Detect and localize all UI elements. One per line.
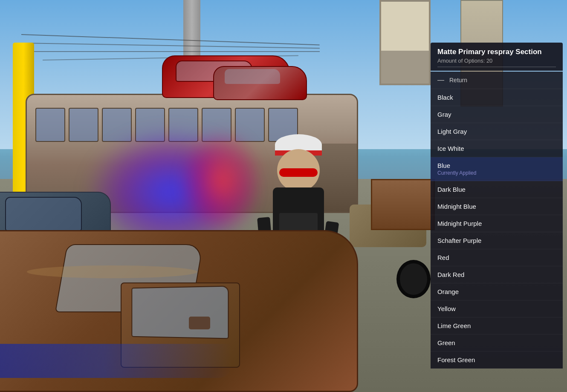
menu-item-midnight-blue[interactable]: Midnight Blue — [431, 198, 563, 215]
item-label-schafter-purple: Schafter Purple — [437, 237, 481, 244]
menu-item-black[interactable]: Black — [431, 89, 563, 106]
roof-car-2 — [213, 66, 307, 100]
menu-item-forest-green[interactable]: Forest Green — [431, 352, 563, 369]
menu-item-dark-blue[interactable]: Dark Blue — [431, 181, 563, 198]
menu-item-blue[interactable]: Blue Currently Applied — [431, 157, 563, 181]
menu-item-midnight-purple[interactable]: Midnight Purple — [431, 215, 563, 232]
menu-subtitle: Amount of Options: 20 — [437, 58, 556, 64]
item-label-yellow: Yellow — [437, 305, 456, 312]
item-label-gray: Gray — [437, 111, 451, 118]
car-door-window — [132, 285, 229, 339]
billboard — [379, 0, 431, 85]
menu-item-light-gray[interactable]: Light Gray — [431, 123, 563, 140]
item-label-black: Black — [437, 94, 453, 101]
menu-item-yellow[interactable]: Yellow — [431, 300, 563, 317]
menu-items-container[interactable]: —ReturnBlackGrayLight GrayIce White Blue… — [431, 72, 563, 369]
wire-3 — [21, 51, 320, 52]
item-label-green: Green — [437, 339, 455, 346]
side-mirror — [189, 317, 210, 329]
item-label-blue: Blue — [437, 162, 450, 169]
item-label-red: Red — [437, 254, 449, 261]
bus-window — [35, 108, 65, 142]
red-light-effect — [179, 128, 264, 234]
char-glasses — [279, 168, 318, 177]
item-label-forest-green: Forest Green — [437, 356, 475, 363]
car-hood — [27, 265, 197, 278]
bus-window — [69, 108, 98, 142]
item-sub-blue: Currently Applied — [437, 170, 476, 176]
menu-item-ice-white[interactable]: Ice White — [431, 140, 563, 157]
menu-divider — [437, 66, 556, 67]
item-label-lime-green: Lime Green — [437, 322, 471, 329]
car-blue-paint — [0, 344, 231, 378]
menu-item-gray[interactable]: Gray — [431, 106, 563, 123]
menu-item-red[interactable]: Red — [431, 249, 563, 266]
storage-container — [371, 179, 435, 230]
menu-panel: Matte Primary respray Section Amount of … — [431, 43, 563, 369]
menu-item-orange[interactable]: Orange — [431, 283, 563, 300]
item-label-orange: Orange — [437, 288, 459, 295]
item-label-midnight-purple: Midnight Purple — [437, 220, 482, 227]
menu-item-return[interactable]: —Return — [431, 72, 563, 89]
menu-header: Matte Primary respray Section Amount of … — [431, 43, 563, 71]
menu-item-lime-green[interactable]: Lime Green — [431, 317, 563, 334]
return-dash-icon: — — [437, 76, 444, 84]
menu-title: Matte Primary respray Section — [437, 48, 556, 56]
menu-item-green[interactable]: Green — [431, 334, 563, 352]
foreground-car — [0, 230, 358, 392]
item-label-light-gray: Light Gray — [437, 128, 467, 135]
tires — [396, 260, 431, 298]
item-content-blue: Blue Currently Applied — [437, 162, 476, 176]
return-label: Return — [449, 77, 467, 84]
item-label-ice-white: Ice White — [437, 145, 464, 152]
item-label-dark-blue: Dark Blue — [437, 186, 466, 193]
menu-item-dark-red[interactable]: Dark Red — [431, 266, 563, 283]
item-label-midnight-blue: Midnight Blue — [437, 203, 476, 210]
item-label-dark-red: Dark Red — [437, 271, 464, 278]
menu-item-schafter-purple[interactable]: Schafter Purple — [431, 232, 563, 249]
